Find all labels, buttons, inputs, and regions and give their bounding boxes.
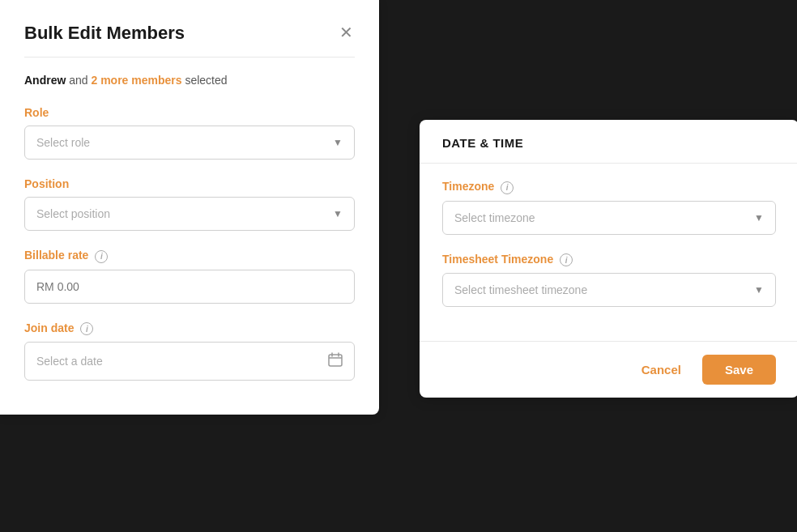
calendar-icon [328,352,343,370]
join-date-label: Join date i [24,321,355,336]
timezone-chevron-icon: ▼ [754,212,764,223]
bulk-edit-panel: Bulk Edit Members ✕ Andrew and 2 more me… [0,0,379,415]
role-select[interactable]: Select role ▼ [24,126,355,160]
selected-members-info: Andrew and 2 more members selected [24,74,355,87]
timesheet-timezone-group: Timesheet Timezone i Select timesheet ti… [442,253,776,308]
selected-more-count: 2 more members [91,74,181,87]
role-label: Role [24,106,355,119]
date-time-body: Timezone i Select timezone ▼ Timesheet T… [420,164,797,341]
join-date-group: Join date i Select a date [24,321,355,381]
timezone-group: Timezone i Select timezone ▼ [442,180,776,235]
position-placeholder: Select position [36,207,110,220]
timesheet-timezone-select[interactable]: Select timesheet timezone ▼ [442,273,776,307]
timezone-label: Timezone i [442,180,776,194]
selected-member-name: Andrew [24,74,66,87]
role-group: Role Select role ▼ [24,106,355,160]
position-chevron-icon: ▼ [333,208,343,219]
svg-rect-0 [329,355,342,366]
billable-rate-label: Billable rate i [24,249,355,263]
join-date-input[interactable]: Select a date [24,342,355,381]
timezone-placeholder: Select timezone [454,211,535,224]
panel-title: Bulk Edit Members [24,23,185,44]
role-chevron-icon: ▼ [333,137,343,148]
selected-and-text: and [66,74,91,87]
close-button[interactable]: ✕ [338,23,355,42]
timesheet-timezone-label: Timesheet Timezone i [442,253,776,267]
timesheet-timezone-info-icon: i [560,253,573,266]
join-date-info-icon: i [80,322,93,335]
date-time-title: DATE & TIME [442,136,776,150]
save-button[interactable]: Save [702,355,776,385]
role-placeholder: Select role [36,136,90,149]
timezone-select[interactable]: Select timezone ▼ [442,201,776,235]
date-time-footer: Cancel Save [420,341,797,398]
billable-rate-group: Billable rate i [24,249,355,304]
selected-suffix: selected [182,74,228,87]
position-group: Position Select position ▼ [24,177,355,231]
date-time-panel: DATE & TIME Timezone i Select timezone ▼… [420,120,797,398]
date-time-header: DATE & TIME [420,120,797,164]
timesheet-timezone-chevron-icon: ▼ [754,284,764,296]
cancel-button[interactable]: Cancel [632,356,691,383]
timesheet-timezone-placeholder: Select timesheet timezone [454,283,587,296]
close-icon: ✕ [339,23,353,41]
timezone-info-icon: i [501,181,514,194]
panel-header: Bulk Edit Members ✕ [24,23,355,57]
position-label: Position [24,177,355,190]
position-select[interactable]: Select position ▼ [24,197,355,231]
billable-rate-input[interactable] [24,270,355,304]
billable-rate-info-icon: i [95,250,108,263]
join-date-placeholder: Select a date [36,355,103,368]
